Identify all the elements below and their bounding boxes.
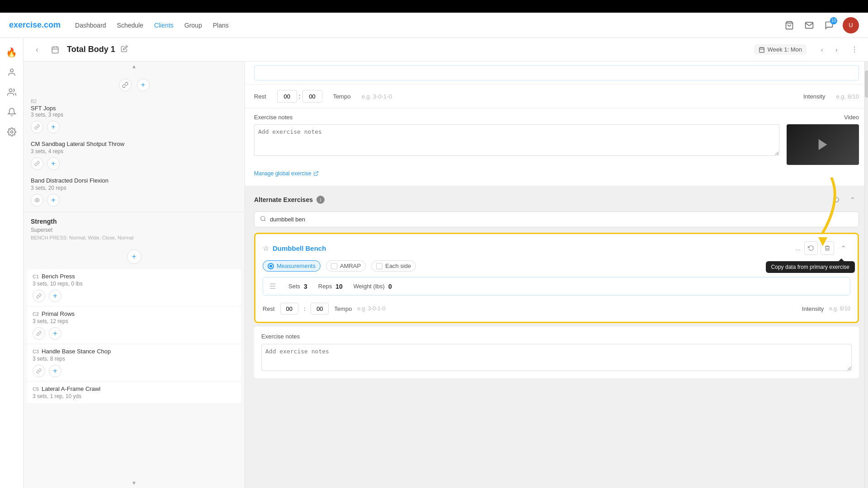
video-thumbnail[interactable] (787, 124, 859, 165)
c1-link-icon[interactable] (33, 290, 45, 302)
back-button[interactable]: ‹ (31, 43, 43, 56)
sidebar-settings-icon[interactable] (3, 123, 21, 141)
sidebar-bell-icon[interactable] (3, 103, 21, 121)
search-icon (260, 216, 266, 223)
alternate-title: Alternate Exercises (254, 196, 313, 203)
expand-card-button[interactable]: ⌃ (837, 241, 850, 255)
card-intensity-label: Intensity (802, 305, 824, 312)
b4-name[interactable]: Band Distracted Dorsi Flexion (31, 177, 237, 184)
manage-global-link[interactable]: Manage global exercise (254, 167, 319, 180)
b2-sets: 3 sets, 3 reps (31, 112, 63, 118)
shop-icon[interactable] (783, 19, 796, 32)
link-icon-top[interactable] (119, 79, 132, 91)
sidebar-fire-icon[interactable]: 🔥 (3, 43, 21, 61)
nav-clients[interactable]: Clients (154, 22, 174, 29)
each-side-pill[interactable]: Each side (371, 260, 416, 272)
card-rest-minutes[interactable] (280, 303, 298, 314)
amrap-pill[interactable]: AMRAP (326, 260, 366, 272)
nav-schedule[interactable]: Schedule (117, 22, 143, 29)
main-layout: 🔥 ‹ Total Body 1 Week 1 (0, 38, 868, 488)
top-actions: + (24, 75, 245, 95)
c2-link-icon[interactable] (33, 327, 45, 340)
c1-add[interactable]: + (49, 290, 61, 302)
rest-seconds-input[interactable] (302, 90, 322, 103)
c3-name[interactable]: Handle Base Stance Chop (42, 348, 111, 355)
c1-name[interactable]: Bench Press (42, 273, 75, 280)
star-icon[interactable]: ☆ (263, 244, 269, 253)
copy-data-tooltip: Copy data from primary exercise (766, 261, 855, 273)
calendar-button[interactable] (49, 43, 61, 56)
drag-handle-icon[interactable]: ☰ (269, 282, 276, 291)
add-exercise-top[interactable]: + (137, 79, 150, 91)
user-avatar[interactable]: U (843, 17, 859, 33)
strength-group-header: Strength (24, 214, 245, 227)
b2-link-icon[interactable] (31, 121, 43, 133)
b2-add[interactable]: + (47, 121, 60, 133)
nav-logo[interactable]: exercise.com (9, 20, 61, 30)
logo-text: exercise (9, 20, 42, 29)
exercise-item-c5: C5 Lateral A-Frame Crawl 3 sets, 1 rep, … (27, 382, 241, 403)
measurements-pill[interactable]: Measurements (263, 260, 321, 272)
c2-add[interactable]: + (49, 327, 61, 340)
rest-minutes-input[interactable] (277, 90, 297, 103)
nav-dashboard[interactable]: Dashboard (75, 22, 106, 29)
b3-name[interactable]: CM Sandbag Lateral Shotput Throw (31, 141, 237, 147)
b4-add[interactable]: + (47, 194, 60, 206)
c1-label: C1 (33, 274, 39, 279)
workout-title: Total Body 1 (67, 45, 115, 54)
collapse-icon[interactable]: ⌃ (846, 193, 859, 206)
each-side-label: Each side (385, 263, 411, 269)
prev-arrow[interactable]: ‹ (816, 43, 828, 56)
reps-field: Reps 10 (318, 283, 343, 290)
exercise-item-b3: CM Sandbag Lateral Shotput Throw 3 sets,… (24, 137, 245, 174)
c2-name[interactable]: Primal Rows (42, 310, 75, 317)
below-notes-textarea[interactable] (261, 344, 852, 371)
sidebar-clients-icon[interactable] (3, 83, 21, 101)
mail-icon[interactable] (803, 19, 816, 32)
next-arrow[interactable]: › (830, 43, 843, 56)
alternate-search-input[interactable] (270, 216, 853, 223)
exercise-item-c3: C3 Handle Base Stance Chop 3 sets, 8 rep… (27, 344, 241, 381)
sidebar-user-icon[interactable] (3, 63, 21, 81)
add-group-button[interactable]: + (127, 249, 142, 264)
nav-plans[interactable]: Plans (213, 22, 229, 29)
exercise-notes-textarea[interactable] (254, 124, 779, 156)
card-title[interactable]: Dumbbell Bench (273, 244, 792, 252)
b2-name[interactable]: SFT Jops (31, 105, 63, 112)
b4-eye-icon[interactable] (31, 194, 43, 206)
intensity-label: Intensity (803, 93, 825, 100)
exercise-list-panel: ▲ + b2 SFT Jops (24, 61, 245, 488)
b3-add[interactable]: + (47, 157, 60, 170)
exercise-name-field-wrapper (245, 61, 868, 84)
nav-right: 10 U (783, 17, 859, 33)
reps-value: 10 (335, 283, 343, 290)
card-rest-seconds[interactable] (311, 303, 329, 314)
scrollbar-thumb[interactable] (865, 70, 868, 98)
amrap-checkbox[interactable] (331, 263, 337, 269)
card-ellipsis[interactable]: ... (795, 244, 801, 252)
exercise-notes-wrapper: Exercise notes Video Manage global exerc… (245, 108, 868, 186)
c3-link-icon[interactable] (33, 365, 45, 377)
refresh-icon[interactable] (830, 193, 843, 206)
edit-title-icon[interactable] (121, 45, 128, 54)
c3-add[interactable]: + (49, 365, 61, 377)
exercise-name-input[interactable] (254, 65, 859, 80)
copy-data-button[interactable] (804, 241, 818, 255)
nav-group[interactable]: Group (184, 22, 202, 29)
detail-panel: Rest : Tempo e.g. 3-0-1-0 Intensity e.g.… (245, 61, 868, 488)
scrollbar-track[interactable] (864, 61, 868, 488)
exercise-item-b4: Band Distracted Dorsi Flexion 3 sets, 20… (24, 174, 245, 210)
c3-label: C3 (33, 349, 39, 354)
b3-link-icon[interactable] (31, 157, 43, 170)
svg-rect-8 (759, 47, 764, 52)
chat-icon[interactable]: 10 (823, 19, 835, 32)
b3-sets: 3 sets, 4 reps (31, 148, 237, 155)
exercise-item-c2: C2 Primal Rows 3 sets, 12 reps + (27, 307, 241, 343)
more-options-button[interactable]: ⋮ (848, 43, 861, 56)
c5-name[interactable]: Lateral A-Frame Crawl (42, 385, 100, 392)
strength-group-meta: BENCH PRESS: Normal, Wide, Close, Normal (24, 235, 245, 244)
info-icon[interactable]: i (316, 196, 325, 204)
exercise-list-scroll: + b2 SFT Jops 3 sets, 3 reps (24, 71, 245, 478)
each-side-checkbox[interactable] (376, 263, 382, 269)
delete-exercise-button[interactable] (821, 241, 834, 255)
